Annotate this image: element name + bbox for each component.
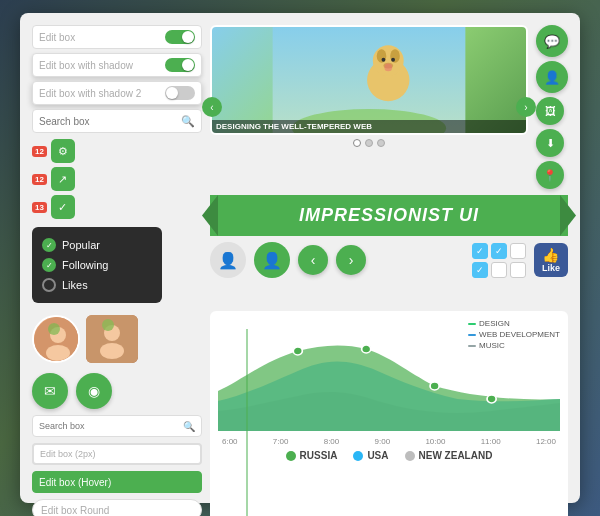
cb-2[interactable]: ✓: [491, 243, 507, 259]
rss-button[interactable]: ◉: [76, 373, 112, 409]
user-add-button[interactable]: 👤: [536, 61, 568, 93]
notif-row-1: 12 ⚙: [32, 139, 202, 163]
nav-left[interactable]: ‹: [298, 245, 328, 275]
dot-3[interactable]: [377, 139, 385, 147]
country-usa: USA: [353, 450, 388, 461]
dot-1[interactable]: [353, 139, 361, 147]
dot-2[interactable]: [365, 139, 373, 147]
country-dot-nz: [405, 451, 415, 461]
chart-x-labels: 6:00 7:00 8:00 9:00 10:00 11:00 12:00: [218, 437, 560, 446]
edit-box-shadow2[interactable]: Edit box with shadow 2: [32, 81, 202, 105]
edit-box-2px[interactable]: Edit box (2px): [32, 443, 202, 465]
cb-5[interactable]: [491, 262, 507, 278]
chart-countries: RUSSIA USA NEW ZEALAND: [218, 450, 560, 461]
toggle-3[interactable]: [165, 86, 195, 100]
search-icon-top: 🔍: [181, 115, 195, 128]
dropdown-item-following[interactable]: ✓ Following: [42, 255, 152, 275]
country-dot-russia: [286, 451, 296, 461]
like-button[interactable]: 👍 Like: [534, 243, 568, 277]
carousel-image: DESIGNING THE WELL-TEMPERED WEB: [210, 25, 528, 135]
legend-webdev: WEB DEVELOPMENT: [468, 330, 560, 339]
carousel-caption: DESIGNING THE WELL-TEMPERED WEB: [212, 120, 526, 133]
download-button[interactable]: ⬇: [536, 129, 564, 157]
notif-row-3: 13 ✓: [32, 195, 202, 219]
search-input-bottom[interactable]: 🔍: [32, 415, 202, 437]
checkbox-grid: ✓ ✓ ✓: [472, 243, 526, 278]
nav-row: 👤 👤 ‹ › ✓ ✓ ✓ 👍 Like: [210, 242, 568, 278]
bottom-left: ✉ ◉ 🔍 Edit box (2px) Edit box (Hover) Ed…: [32, 311, 202, 516]
person-btn-inactive[interactable]: 👤: [210, 242, 246, 278]
search-field-bottom[interactable]: [39, 421, 179, 431]
dropdown-menu: ✓ Popular ✓ Following Likes: [32, 227, 162, 303]
check-circle-popular: ✓: [42, 238, 56, 252]
carousel-prev[interactable]: ‹: [202, 97, 222, 117]
toggle-2[interactable]: [165, 58, 195, 72]
search-input-top[interactable]: 🔍: [32, 109, 202, 133]
empty-circle-likes: [42, 278, 56, 292]
carousel-next[interactable]: ›: [516, 97, 536, 117]
email-button[interactable]: ✉: [32, 373, 68, 409]
chat-button[interactable]: 💬: [536, 25, 568, 57]
avatar-1: [32, 315, 80, 363]
avatar-2: [86, 315, 138, 363]
main-panel: Edit box Edit box with shadow Edit box w…: [20, 13, 580, 503]
side-buttons: 💬 👤 🖼 ⬇ 📍: [536, 25, 568, 189]
badge-1: 12: [32, 146, 47, 157]
person-btn-active[interactable]: 👤: [254, 242, 290, 278]
like-label: Like: [542, 263, 560, 273]
gear-button[interactable]: ⚙: [51, 139, 75, 163]
svg-point-17: [102, 319, 114, 331]
country-dot-usa: [353, 451, 363, 461]
edit-box-1[interactable]: Edit box: [32, 25, 202, 49]
legend-dot-music: [468, 345, 476, 347]
search-field-top[interactable]: [39, 116, 177, 127]
svg-point-6: [382, 58, 386, 62]
svg-point-9: [384, 64, 392, 72]
svg-point-19: [362, 345, 371, 353]
photo-button[interactable]: 🖼: [536, 97, 564, 125]
avatars-row: [32, 315, 202, 363]
map-button[interactable]: 📍: [536, 161, 564, 189]
svg-point-16: [100, 343, 124, 359]
country-russia: RUSSIA: [286, 450, 338, 461]
legend-dot-design: [468, 323, 476, 325]
banner: IMPRESSIONIST UI: [210, 195, 568, 236]
svg-point-18: [293, 347, 302, 355]
legend-music: MUSIC: [468, 341, 560, 350]
search-icon-bottom: 🔍: [183, 421, 195, 432]
dropdown-item-likes[interactable]: Likes: [42, 275, 152, 295]
check-button[interactable]: ✓: [51, 195, 75, 219]
input-group: Edit box Edit box with shadow Edit box w…: [32, 25, 202, 133]
bottom-section: ✉ ◉ 🔍 Edit box (2px) Edit box (Hover) Ed…: [32, 311, 568, 516]
action-buttons: ✉ ◉: [32, 373, 202, 409]
legend-dot-webdev: [468, 334, 476, 336]
cb-3[interactable]: [510, 243, 526, 259]
chart-legend: DESIGN WEB DEVELOPMENT MUSIC: [468, 319, 560, 350]
svg-point-12: [46, 345, 70, 361]
left-column: Edit box Edit box with shadow Edit box w…: [32, 25, 202, 303]
right-column: DESIGNING THE WELL-TEMPERED WEB ‹ › 💬 👤 …: [210, 25, 568, 303]
badge-2: 12: [32, 174, 47, 185]
chart-v-line: [246, 329, 248, 516]
chart-area: DESIGN WEB DEVELOPMENT MUSIC: [210, 311, 568, 516]
cb-6[interactable]: [510, 262, 526, 278]
carousel: DESIGNING THE WELL-TEMPERED WEB ‹ ›: [210, 25, 528, 189]
svg-point-20: [430, 382, 439, 390]
svg-point-21: [487, 395, 496, 403]
svg-point-3: [373, 45, 404, 76]
edit-box-shadow[interactable]: Edit box with shadow: [32, 53, 202, 77]
dropdown-item-popular[interactable]: ✓ Popular: [42, 235, 152, 255]
top-right-section: DESIGNING THE WELL-TEMPERED WEB ‹ › 💬 👤 …: [210, 25, 568, 189]
svg-point-7: [391, 58, 395, 62]
svg-point-13: [48, 323, 60, 335]
legend-design: DESIGN: [468, 319, 560, 328]
cb-4[interactable]: ✓: [472, 262, 488, 278]
cb-1[interactable]: ✓: [472, 243, 488, 259]
edit-box-round[interactable]: Edit box Round: [32, 499, 202, 516]
badge-3: 13: [32, 202, 47, 213]
edit-box-hover[interactable]: Edit box (Hover): [32, 471, 202, 493]
share-button[interactable]: ↗: [51, 167, 75, 191]
carousel-dots: [210, 139, 528, 147]
nav-right[interactable]: ›: [336, 245, 366, 275]
toggle-1[interactable]: [165, 30, 195, 44]
